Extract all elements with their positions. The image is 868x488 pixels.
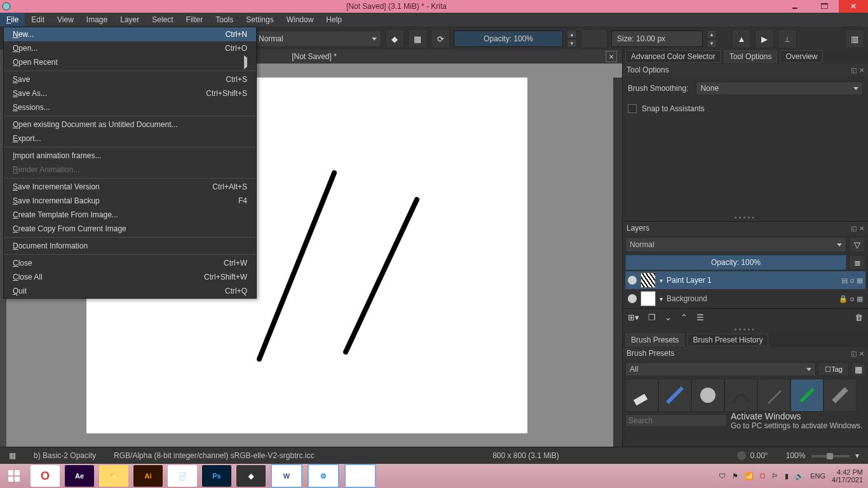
workspace-chooser-button[interactable]: ▥	[845, 29, 864, 48]
taskbar-ae-icon[interactable]: Ae	[65, 465, 94, 487]
file-menu-item[interactable]: CloseCtrl+W	[4, 256, 256, 270]
zoom-slider[interactable]	[811, 455, 850, 458]
preset-eraser[interactable]	[625, 379, 658, 412]
close-panel-icon[interactable]: ✕	[859, 225, 864, 232]
brush-preview[interactable]	[581, 29, 607, 48]
float-panel-icon[interactable]: ◱	[851, 225, 857, 232]
taskbar-opera-icon[interactable]: O	[31, 465, 60, 487]
layer-name[interactable]: Paint Layer 1	[667, 276, 837, 285]
document-tab-close[interactable]: ✕	[606, 51, 617, 62]
alpha-lock-button[interactable]: ▦	[408, 29, 427, 48]
brush-smoothing-dropdown[interactable]: None	[696, 81, 863, 95]
file-menu-item[interactable]: Save Incremental VersionCtrl+Alt+S	[4, 180, 256, 194]
layer-blend-dropdown[interactable]: Normal	[625, 237, 846, 252]
snap-to-assistants-checkbox[interactable]	[628, 104, 637, 113]
preset-filter-dropdown[interactable]: All	[625, 362, 816, 376]
vertical-scrollbar[interactable]	[613, 78, 622, 464]
preset-soft[interactable]	[691, 379, 724, 412]
layer-properties-button[interactable]: ☰	[696, 313, 704, 322]
chevron-down-icon[interactable]: ▾	[660, 295, 663, 302]
file-menu-item[interactable]: Open...Ctrl+O	[4, 41, 256, 55]
document-tab-label[interactable]: [Not Saved] *	[292, 52, 337, 61]
tray-action-icon[interactable]: 🏳	[771, 472, 778, 480]
alpha-icon[interactable]: α	[850, 276, 854, 285]
move-layer-up-button[interactable]: ⌃	[681, 313, 688, 322]
status-zoom[interactable]: 100% ▾	[777, 451, 868, 460]
preset-view-mode[interactable]: ▦	[851, 362, 865, 376]
menu-settings[interactable]: Settings	[240, 13, 280, 27]
tab-tool-options[interactable]: Tool Options	[724, 50, 778, 63]
reload-brush-button[interactable]: ⟳	[431, 29, 450, 48]
brush-size-field[interactable]: Size: 10.00 px	[611, 30, 703, 47]
file-menu-item[interactable]: Document Information	[4, 239, 256, 253]
file-menu-item[interactable]: Sessions...	[4, 100, 256, 114]
tab-overview[interactable]: Overview	[780, 50, 823, 63]
close-panel-icon[interactable]: ✕	[859, 350, 864, 357]
taskbar-settings-icon[interactable]: ⚙	[308, 464, 339, 488]
menu-view[interactable]: View	[51, 13, 80, 27]
preset-pen[interactable]	[757, 379, 790, 412]
layer-props-icon[interactable]: ▤	[841, 276, 848, 285]
menu-image[interactable]: Image	[80, 13, 114, 27]
file-menu-item[interactable]: Close AllCtrl+Shift+W	[4, 270, 256, 284]
duplicate-layer-button[interactable]: ❐	[648, 313, 656, 322]
tab-brush-history[interactable]: Brush Preset History	[687, 334, 768, 346]
eraser-toggle-button[interactable]: ◆	[385, 29, 404, 48]
file-menu-item[interactable]: Create Template From Image...	[4, 208, 256, 222]
menu-help[interactable]: Help	[320, 13, 348, 27]
visibility-icon[interactable]	[628, 276, 637, 285]
preset-ink[interactable]	[724, 379, 757, 412]
tray-battery-icon[interactable]: ▮	[785, 472, 789, 480]
maximize-button[interactable]: 🗖	[810, 0, 839, 13]
menu-layer[interactable]: Layer	[114, 13, 146, 27]
move-layer-down-button[interactable]: ⌄	[665, 313, 672, 322]
menu-filter[interactable]: Filter	[180, 13, 210, 27]
layer-item-paint-1[interactable]: ▾ Paint Layer 1 ▤α▦	[625, 271, 865, 289]
start-button[interactable]	[0, 464, 28, 488]
file-menu-item[interactable]: Export...	[4, 132, 256, 146]
tray-shield-icon[interactable]: 🛡	[719, 472, 726, 480]
preset-basic-selected[interactable]	[790, 379, 824, 412]
tray-opera-icon[interactable]: O	[760, 472, 766, 480]
size-stepper[interactable]: ▲▼	[707, 30, 717, 48]
float-panel-icon[interactable]: ◱	[851, 350, 857, 357]
preset-search-input[interactable]	[625, 414, 727, 427]
taskbar-doc-icon[interactable]: 📄	[168, 465, 197, 487]
file-menu-item[interactable]: Open existing Document as Untitled Docum…	[4, 118, 256, 132]
taskbar-word-icon[interactable]: W	[271, 464, 302, 488]
file-menu-item[interactable]: Open Recent	[4, 55, 256, 69]
mirror-horizontal-button[interactable]: ▲	[732, 29, 751, 48]
file-menu-item[interactable]: Create Copy From Current Image	[4, 222, 256, 236]
preset-tag-button[interactable]: ☐ Tag	[818, 362, 849, 376]
menu-select[interactable]: Select	[146, 13, 179, 27]
taskbar-ai-icon[interactable]: Ai	[133, 465, 163, 487]
chevron-down-icon[interactable]: ▾	[660, 277, 663, 284]
lock-icon[interactable]: 🔒	[839, 295, 848, 303]
file-menu-item[interactable]: Save As...Ctrl+Shift+S	[4, 86, 256, 100]
taskbar-krita-icon[interactable]: 🖌	[344, 464, 376, 488]
layer-item-background[interactable]: ▾ Background 🔒α▦	[625, 290, 865, 308]
minimize-button[interactable]: 🗕	[780, 0, 810, 13]
preset-pencil[interactable]	[658, 379, 691, 412]
file-menu-item[interactable]: QuitCtrl+Q	[4, 284, 256, 298]
layer-style-icon[interactable]: ▦	[857, 276, 863, 285]
wrap-mode-button[interactable]: ⟂	[778, 29, 797, 48]
tray-network-icon[interactable]: 📶	[745, 472, 754, 480]
alpha-icon[interactable]: α	[850, 295, 854, 303]
file-menu-item[interactable]: New...Ctrl+N	[4, 27, 256, 41]
file-menu-item[interactable]: SaveCtrl+S	[4, 72, 256, 86]
layer-filter-button[interactable]: ▽	[849, 237, 865, 252]
menu-file[interactable]: File	[0, 13, 25, 27]
zoom-dropdown-icon[interactable]: ▾	[855, 451, 859, 460]
menu-tools[interactable]: Tools	[209, 13, 240, 27]
opacity-slider[interactable]: Opacity: 100%	[454, 30, 563, 47]
float-panel-icon[interactable]: ◱	[851, 67, 857, 74]
menu-window[interactable]: Window	[280, 13, 320, 27]
dock-separator[interactable]: •••••	[623, 325, 868, 333]
tab-brush-presets[interactable]: Brush Presets	[625, 334, 684, 346]
visibility-icon[interactable]	[628, 294, 637, 303]
taskbar-explorer-icon[interactable]: 📁	[99, 465, 128, 487]
preset-marker[interactable]	[824, 379, 857, 412]
menu-edit[interactable]: Edit	[25, 13, 51, 27]
mirror-vertical-button[interactable]: ▶	[755, 29, 774, 48]
